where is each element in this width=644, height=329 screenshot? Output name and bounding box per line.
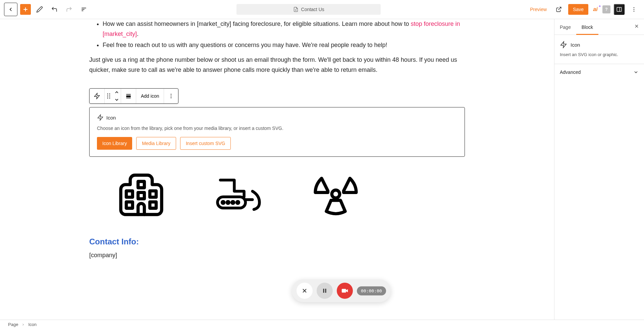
canvas-area[interactable]: How we can assist homeowners in [market_…: [0, 19, 554, 320]
svg-point-14: [107, 94, 108, 95]
bulldozer-block[interactable]: [213, 169, 264, 220]
company-text[interactable]: [company]: [89, 252, 465, 259]
svg-point-11: [634, 9, 634, 10]
svg-rect-44: [323, 289, 324, 293]
video-icon: [341, 287, 348, 294]
block-name: Icon: [571, 42, 580, 48]
list-item[interactable]: Feel free to reach out to us with any qu…: [103, 40, 465, 50]
media-library-button[interactable]: Media Library: [136, 137, 176, 150]
document-outline-button[interactable]: [78, 3, 90, 15]
block-more-button[interactable]: [164, 90, 178, 102]
svg-point-36: [232, 201, 234, 203]
move-down-button[interactable]: [113, 96, 121, 103]
toolbar-left: [4, 3, 90, 16]
svg-point-34: [222, 201, 224, 203]
sparkle-icon: ✦: [598, 4, 601, 8]
chevron-down-icon: [115, 98, 119, 101]
svg-rect-27: [126, 191, 132, 197]
help-button[interactable]: ?: [602, 5, 610, 13]
svg-rect-8: [617, 7, 622, 11]
lightning-icon: [94, 93, 100, 99]
edit-tool-button[interactable]: [34, 3, 46, 15]
svg-rect-31: [150, 191, 156, 197]
building-block[interactable]: [116, 169, 166, 220]
lightning-icon: [560, 41, 567, 48]
svg-point-38: [332, 190, 339, 198]
svg-point-35: [227, 201, 229, 203]
contact-info-heading[interactable]: Contact Info:: [89, 237, 465, 246]
recorder-record-button[interactable]: [337, 283, 353, 299]
svg-rect-20: [126, 94, 130, 95]
block-info-section: Icon Insert an SVG icon or graphic.: [554, 35, 644, 64]
save-button[interactable]: Save: [568, 4, 588, 15]
sidebar-toggle-button[interactable]: [614, 4, 625, 15]
recorder-time: 00:00:00: [357, 286, 386, 295]
recorder-close-button[interactable]: [297, 283, 313, 299]
canvas-inner: How we can assist homeowners in [market_…: [83, 19, 472, 259]
preview-button[interactable]: Preview: [527, 5, 549, 14]
content-list[interactable]: How we can assist homeowners in [market_…: [89, 19, 465, 50]
back-button[interactable]: [4, 3, 17, 16]
placeholder-actions: Icon Library Media Library Insert custom…: [97, 137, 457, 150]
icon-row: [116, 169, 465, 220]
align-button[interactable]: [121, 89, 136, 103]
svg-point-23: [171, 94, 171, 95]
block-toolbar: Add icon: [89, 88, 178, 104]
svg-point-17: [109, 96, 110, 97]
tab-page[interactable]: Page: [554, 19, 576, 35]
more-options-button[interactable]: [628, 3, 640, 15]
list-item[interactable]: How we can assist homeowners in [market_…: [103, 19, 465, 39]
tab-block[interactable]: Block: [576, 19, 598, 35]
svg-marker-13: [95, 93, 100, 99]
block-type-button[interactable]: [90, 89, 104, 103]
ai-icon: ai: [593, 6, 597, 12]
page-icon: [293, 7, 299, 12]
svg-point-10: [634, 7, 634, 8]
svg-point-15: [109, 94, 110, 95]
close-sidebar-button[interactable]: [629, 19, 644, 35]
svg-point-25: [171, 97, 171, 98]
drag-handle[interactable]: [105, 89, 113, 103]
placeholder-title: Icon: [97, 114, 457, 121]
svg-rect-32: [150, 202, 156, 208]
ai-badge[interactable]: ai ✦: [592, 6, 599, 13]
pencil-icon: [36, 6, 43, 13]
content-paragraph[interactable]: Just give us a ring at the phone number …: [89, 55, 465, 75]
align-icon: [125, 93, 132, 99]
settings-sidebar: Page Block Icon Insert an SVG icon or gr…: [554, 19, 644, 320]
svg-rect-28: [126, 202, 132, 208]
redo-button[interactable]: [63, 3, 75, 15]
open-external-button[interactable]: [553, 3, 565, 15]
undo-button[interactable]: [48, 3, 60, 15]
svg-rect-21: [126, 96, 130, 97]
pause-icon: [322, 288, 328, 294]
document-title-bar[interactable]: Contact Us: [236, 4, 381, 15]
svg-point-18: [107, 98, 108, 99]
breadcrumb-root[interactable]: Page: [8, 322, 18, 327]
insert-svg-button[interactable]: Insert custom SVG: [180, 137, 231, 150]
block-description: Insert an SVG icon or graphic.: [560, 52, 639, 58]
advanced-panel-toggle[interactable]: Advanced: [554, 64, 644, 80]
icon-library-button[interactable]: Icon Library: [97, 137, 132, 150]
svg-rect-45: [325, 289, 326, 293]
undo-icon: [51, 6, 58, 13]
recorder-pause-button[interactable]: [317, 283, 333, 299]
breadcrumb-current[interactable]: Icon: [28, 322, 37, 327]
chevron-down-icon: [633, 69, 639, 75]
sidebar-tabs: Page Block: [554, 19, 644, 35]
chevron-up-icon: [115, 91, 119, 94]
close-icon: [301, 287, 308, 294]
add-icon-button[interactable]: Add icon: [136, 90, 164, 102]
radiation-block[interactable]: [311, 169, 361, 220]
add-block-button[interactable]: [20, 4, 31, 15]
lightning-icon: [97, 114, 104, 121]
block-title-row: Icon: [560, 41, 639, 48]
svg-line-7: [558, 7, 561, 10]
svg-point-12: [634, 11, 634, 11]
move-up-button[interactable]: [113, 89, 121, 96]
icon-placeholder[interactable]: Icon Choose an icon from the library, pi…: [89, 107, 465, 157]
external-link-icon: [556, 6, 562, 12]
plus-icon: [22, 6, 29, 13]
close-icon: [634, 23, 639, 29]
svg-point-19: [109, 98, 110, 99]
